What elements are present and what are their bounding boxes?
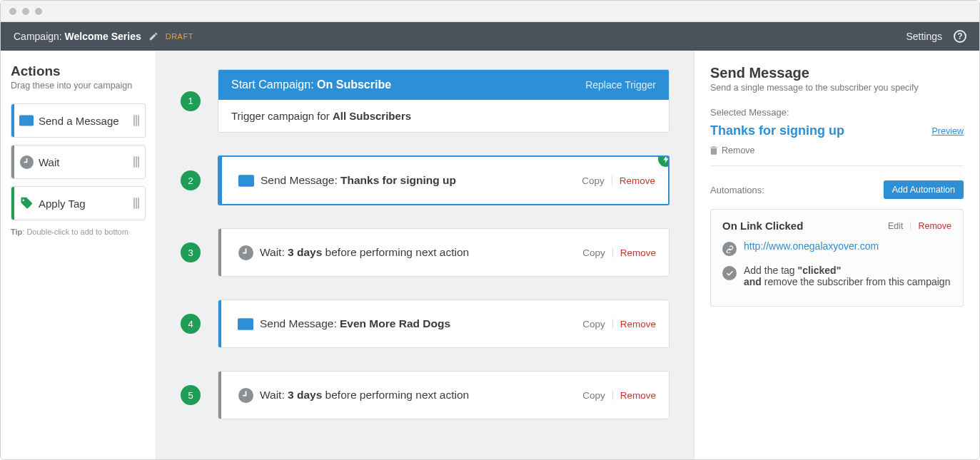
step-remove-link[interactable]: Remove	[620, 247, 656, 258]
grip-icon	[133, 115, 139, 126]
step-number: 2	[181, 170, 201, 190]
draft-badge: DRAFT	[166, 32, 193, 41]
action-label: Wait	[39, 156, 133, 168]
automation-edit-link[interactable]: Edit	[888, 221, 904, 231]
step-label: Wait: 3 days before performing next acti…	[260, 389, 582, 402]
traffic-max-icon[interactable]	[35, 8, 42, 15]
wait-card[interactable]: Wait: 3 days before performing next acti…	[218, 371, 670, 419]
step-row: 3 Wait: 3 days before performing next ac…	[181, 228, 670, 277]
automations-label: Automations:	[710, 185, 764, 195]
traffic-min-icon[interactable]	[22, 8, 29, 15]
step-color-bar	[218, 300, 221, 347]
wait-card[interactable]: Wait: 3 days before performing next acti…	[218, 228, 670, 277]
edit-icon[interactable]	[148, 31, 158, 41]
check-icon	[722, 266, 737, 280]
step-copy-link[interactable]: Copy	[582, 319, 605, 329]
separator	[612, 175, 612, 185]
mail-icon	[232, 175, 261, 187]
step-row: 4 Send Message: Even More Rad Dogs Copy …	[181, 300, 670, 348]
step-number: 3	[181, 242, 201, 262]
step-copy-link[interactable]: Copy	[582, 247, 605, 258]
preview-link[interactable]: Preview	[932, 126, 964, 136]
details-sidebar: Send Message Send a single message to th…	[694, 51, 979, 459]
step-row: 5 Wait: 3 days before performing next ac…	[181, 371, 670, 419]
step-remove-link[interactable]: Remove	[620, 390, 656, 401]
step-remove-link[interactable]: Remove	[620, 175, 655, 186]
details-desc: Send a single message to the subscriber …	[710, 83, 964, 93]
actions-title: Actions	[11, 63, 146, 79]
separator	[612, 247, 613, 257]
step-row: 2 Send Message: Thanks for signing up Co…	[181, 155, 670, 205]
step-copy-link[interactable]: Copy	[582, 175, 605, 186]
grip-icon	[133, 156, 139, 168]
link-icon	[722, 242, 737, 256]
trigger-card[interactable]: Start Campaign: On Subscribe Replace Tri…	[218, 69, 670, 133]
clock-icon	[231, 388, 260, 403]
help-icon[interactable]: ?	[954, 30, 966, 43]
automation-url[interactable]: http://www.onegalaxyover.com	[744, 240, 879, 252]
mail-icon	[231, 318, 260, 330]
actions-subtitle: Drag these into your campaign	[11, 81, 146, 91]
step-remove-link[interactable]: Remove	[620, 319, 656, 329]
step-copy-link[interactable]: Copy	[582, 390, 605, 401]
actions-sidebar: Actions Drag these into your campaign Se…	[1, 51, 156, 459]
trigger-title: Start Campaign: On Subscribe	[231, 78, 391, 91]
step-label: Wait: 3 days before performing next acti…	[260, 246, 582, 259]
automation-remove-link[interactable]: Remove	[918, 221, 951, 231]
campaign-canvas: 1 Start Campaign: On Subscribe Replace T…	[156, 51, 694, 459]
trash-icon	[710, 146, 717, 155]
trigger-header: Start Campaign: On Subscribe Replace Tri…	[218, 70, 669, 100]
send-message-card[interactable]: Send Message: Thanks for signing up Copy…	[218, 155, 670, 205]
grip-icon	[133, 198, 139, 209]
step-number: 5	[181, 385, 201, 405]
toolbar: Campaign: Welcome Series DRAFT Settings …	[1, 22, 979, 51]
automation-title: On Link Clicked	[722, 220, 803, 232]
step-row: 1 Start Campaign: On Subscribe Replace T…	[181, 69, 670, 133]
step-label: Send Message: Even More Rad Dogs	[260, 317, 582, 330]
separator	[612, 319, 613, 329]
separator	[910, 222, 911, 230]
step-color-bar	[218, 372, 221, 419]
clock-icon	[14, 155, 39, 169]
replace-trigger-link[interactable]: Replace Trigger	[585, 79, 656, 91]
action-wait[interactable]: Wait	[11, 145, 146, 179]
tag-icon	[14, 196, 39, 210]
automation-card: On Link Clicked Edit Remove http://www.o…	[710, 209, 964, 307]
mail-icon	[14, 115, 39, 126]
trigger-body: Trigger campaign for All Subscribers	[218, 100, 669, 132]
separator	[612, 390, 613, 400]
action-apply-tag[interactable]: Apply Tag	[11, 186, 146, 220]
step-number: 4	[181, 314, 201, 334]
details-title: Send Message	[710, 65, 964, 81]
action-send-message[interactable]: Send a Message	[11, 103, 146, 138]
send-message-card[interactable]: Send Message: Even More Rad Dogs Copy Re…	[218, 300, 670, 348]
clock-icon	[231, 245, 260, 260]
settings-link[interactable]: Settings	[906, 31, 942, 42]
automation-action-text: Add the tag "clicked" and remove the sub…	[744, 265, 950, 287]
action-label: Send a Message	[39, 115, 133, 127]
step-color-bar	[218, 229, 221, 276]
step-color-bar	[219, 157, 222, 204]
campaign-title: Campaign: Welcome Series	[14, 31, 141, 42]
step-number: 1	[181, 91, 201, 111]
app-window: Campaign: Welcome Series DRAFT Settings …	[0, 0, 980, 460]
selected-message-name[interactable]: Thanks for signing up	[710, 123, 844, 138]
window-titlebar	[1, 1, 979, 22]
traffic-close-icon[interactable]	[9, 8, 16, 15]
main-body: Actions Drag these into your campaign Se…	[1, 51, 979, 459]
add-automation-button[interactable]: Add Automation	[884, 180, 964, 199]
remove-message-link[interactable]: Remove	[710, 145, 964, 155]
step-label: Send Message: Thanks for signing up	[261, 174, 582, 187]
selected-message-label: Selected Message:	[710, 107, 964, 118]
divider	[710, 165, 964, 166]
actions-tip: Tip: Double-click to add to bottom	[11, 228, 146, 236]
action-label: Apply Tag	[39, 198, 133, 210]
